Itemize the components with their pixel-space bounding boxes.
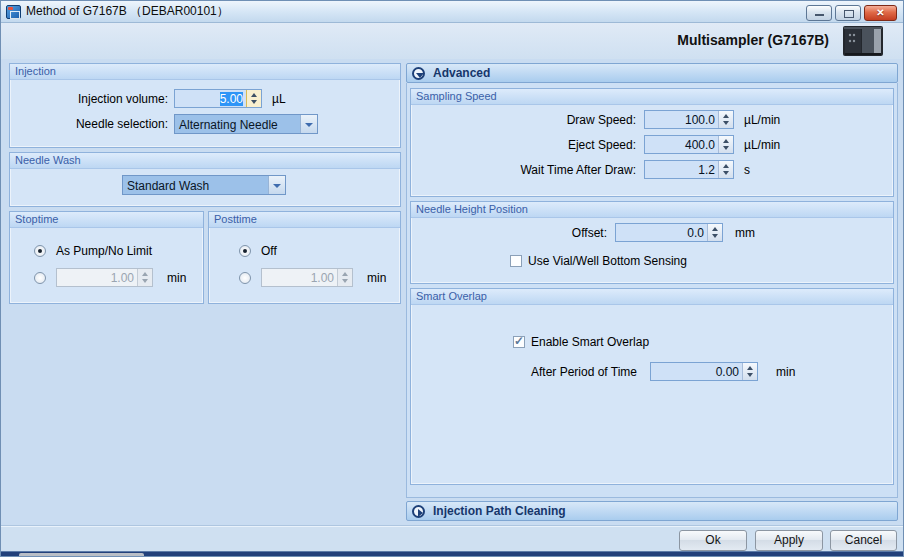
needle-selection-dropdown[interactable]: Alternating Needle [174, 114, 318, 134]
stoptime-time-field: 1.00 [56, 268, 153, 287]
posttime-off-radio[interactable] [239, 245, 251, 257]
group-smart-overlap-title: Smart Overlap [411, 289, 893, 305]
posttime-time-field: 1.00 [261, 268, 353, 287]
after-period-value: 0.00 [651, 363, 742, 380]
needle-selection-label: Needle selection: [10, 117, 168, 131]
after-period-field[interactable]: 0.00 [650, 362, 758, 381]
module-image [843, 26, 883, 56]
bottom-sensing-label: Use Vial/Well Bottom Sensing [528, 254, 687, 268]
offset-field[interactable]: 0.0 [615, 223, 723, 242]
posttime-off-label: Off [261, 244, 277, 258]
wait-time-spinner[interactable] [718, 161, 733, 178]
device-title: Multisampler (G7167B) [677, 32, 829, 48]
stoptime-time-radio[interactable] [34, 272, 46, 284]
method-dialog: Method of G7167B （DEBAR00101） Multisampl… [0, 0, 904, 557]
enable-smart-overlap-label: Enable Smart Overlap [531, 335, 649, 349]
offset-unit: mm [735, 226, 755, 240]
eject-speed-spinner[interactable] [718, 136, 733, 153]
draw-speed-label: Draw Speed: [411, 113, 636, 127]
enable-smart-overlap-checkbox[interactable] [513, 336, 525, 348]
posttime-time-spinner [337, 269, 352, 286]
advanced-expander[interactable]: Advanced [406, 63, 898, 83]
advanced-expander-label: Advanced [433, 66, 490, 80]
needle-wash-dropdown[interactable]: Standard Wash [122, 175, 286, 195]
group-sampling-speed: Sampling Speed Draw Speed: 100.0 µL/min … [410, 88, 894, 197]
injection-path-cleaning-label: Injection Path Cleaning [433, 504, 566, 518]
group-posttime: Posttime Off 1.00 min [208, 211, 401, 304]
footer: Ok Apply Cancel [1, 525, 903, 551]
group-injection-title: Injection [10, 64, 400, 80]
after-period-unit: min [776, 365, 795, 379]
stoptime-time-unit: min [167, 271, 186, 285]
needle-wash-value: Standard Wash [123, 176, 268, 194]
device-header: Multisampler (G7167B) [1, 23, 903, 59]
injection-volume-unit: µL [272, 92, 286, 106]
titlebar: Method of G7167B （DEBAR00101） [1, 1, 903, 23]
bottom-edge [1, 551, 903, 557]
injection-volume-field[interactable]: 5.00 [174, 89, 262, 108]
chevron-down-icon[interactable] [268, 176, 285, 194]
group-stoptime-title: Stoptime [10, 212, 203, 228]
wait-time-field[interactable]: 1.2 [644, 160, 734, 179]
injection-volume-label: Injection volume: [10, 92, 168, 106]
group-posttime-title: Posttime [209, 212, 400, 228]
draw-speed-unit: µL/min [744, 113, 780, 127]
offset-value: 0.0 [616, 224, 707, 241]
group-needle-wash: Needle Wash Standard Wash [9, 152, 401, 207]
chevron-right-circle-icon [412, 505, 425, 518]
injection-volume-spinner[interactable] [246, 90, 261, 107]
after-period-spinner[interactable] [742, 363, 757, 380]
chevron-down-circle-icon [412, 67, 425, 80]
group-sampling-speed-title: Sampling Speed [411, 89, 893, 105]
group-needle-height: Needle Height Position Offset: 0.0 mm Us… [410, 201, 894, 284]
after-period-label: After Period of Time [411, 365, 637, 379]
wait-time-value: 1.2 [645, 161, 718, 178]
group-stoptime: Stoptime As Pump/No Limit 1.00 min [9, 211, 204, 304]
posttime-time-unit: min [367, 271, 386, 285]
posttime-time-value: 1.00 [262, 269, 337, 286]
window-title: Method of G7167B （DEBAR00101） [26, 3, 229, 20]
advanced-panel: Sampling Speed Draw Speed: 100.0 µL/min … [406, 83, 898, 498]
close-button[interactable] [864, 5, 897, 21]
group-smart-overlap: Smart Overlap Enable Smart Overlap After… [410, 288, 894, 485]
offset-spinner[interactable] [707, 224, 722, 241]
group-needle-height-title: Needle Height Position [411, 202, 893, 218]
stoptime-time-value: 1.00 [57, 269, 137, 286]
injection-path-cleaning-expander[interactable]: Injection Path Cleaning [406, 501, 898, 521]
minimize-button[interactable] [806, 5, 832, 21]
window-controls [806, 5, 897, 21]
needle-selection-value: Alternating Needle [175, 115, 300, 133]
posttime-time-radio[interactable] [239, 272, 251, 284]
eject-speed-unit: µL/min [744, 138, 780, 152]
stoptime-as-pump-radio[interactable] [34, 245, 46, 257]
background-window-edge [19, 553, 144, 557]
group-injection: Injection Injection volume: 5.00 µL Need… [9, 63, 401, 148]
apply-button[interactable]: Apply [755, 530, 823, 551]
stoptime-time-spinner [137, 269, 152, 286]
wait-time-label: Wait Time After Draw: [411, 163, 636, 177]
injection-volume-value: 5.00 [175, 90, 246, 107]
draw-speed-spinner[interactable] [718, 111, 733, 128]
stoptime-as-pump-label: As Pump/No Limit [56, 244, 152, 258]
chevron-down-icon[interactable] [300, 115, 317, 133]
maximize-button[interactable] [835, 5, 861, 21]
bottom-sensing-checkbox[interactable] [510, 255, 522, 267]
offset-label: Offset: [411, 226, 607, 240]
eject-speed-field[interactable]: 400.0 [644, 135, 734, 154]
app-icon [6, 5, 21, 19]
eject-speed-value: 400.0 [645, 136, 718, 153]
wait-time-unit: s [744, 163, 750, 177]
ok-button[interactable]: Ok [679, 530, 747, 551]
eject-speed-label: Eject Speed: [411, 138, 636, 152]
draw-speed-field[interactable]: 100.0 [644, 110, 734, 129]
cancel-button[interactable]: Cancel [830, 530, 897, 551]
group-needle-wash-title: Needle Wash [10, 153, 400, 169]
draw-speed-value: 100.0 [645, 111, 718, 128]
